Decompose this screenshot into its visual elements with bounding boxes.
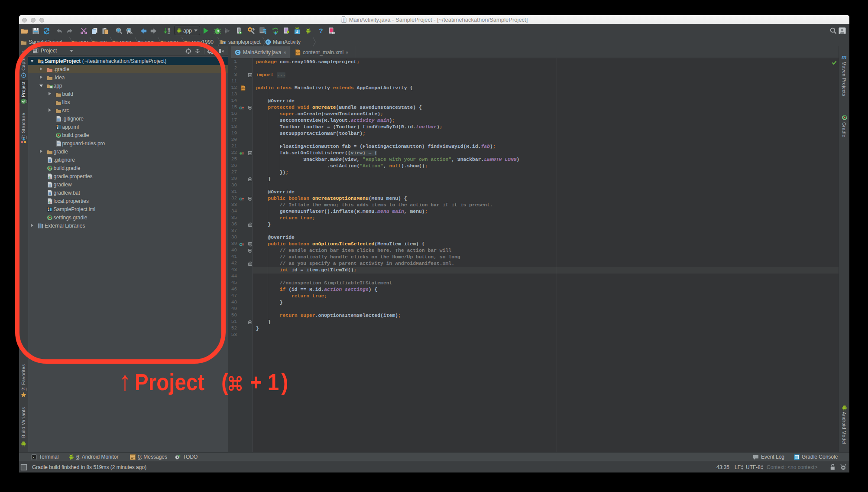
svg-text:<>: <> <box>241 87 245 90</box>
svg-text:C: C <box>267 39 270 44</box>
svg-text:>_: >_ <box>32 456 36 459</box>
svg-text:<>: <> <box>295 51 300 55</box>
svg-text:01: 01 <box>168 33 170 34</box>
svg-text:?: ? <box>319 27 323 34</box>
svg-text:j: j <box>343 18 344 22</box>
svg-text:C: C <box>236 50 240 55</box>
